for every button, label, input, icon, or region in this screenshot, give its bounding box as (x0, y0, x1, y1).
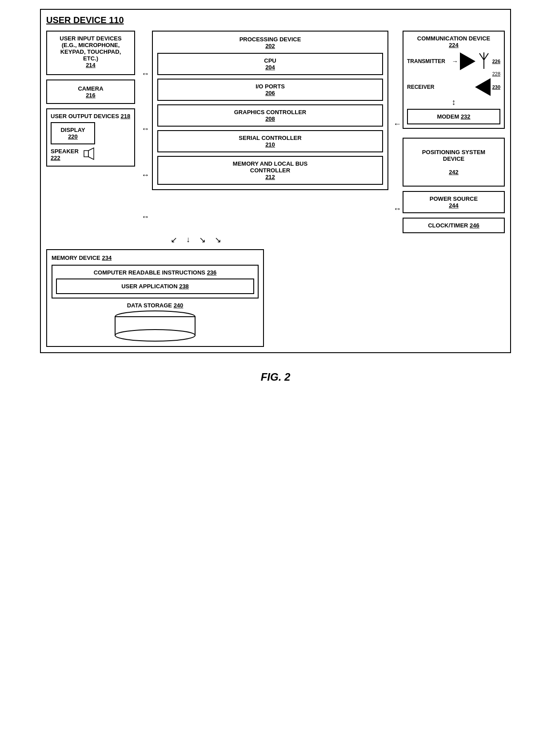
comm-device-title: COMMUNICATION DEVICE 224 (407, 35, 500, 48)
display-box: DISPLAY 220 (51, 122, 95, 144)
transmitter-icon-group: → 226 (452, 51, 500, 71)
receiver-icon-group: 230 (475, 78, 500, 96)
power-source-box: POWER SOURCE 244 (403, 191, 505, 213)
user-app-box: USER APPLICATION 238 (56, 279, 254, 294)
user-device-title: USER DEVICE 110 (46, 15, 505, 25)
positioning-system-box: POSITIONING SYSTEM DEVICE 242 (403, 138, 505, 187)
left-center-arrows: ↔ ↔ ↔ ↔ (139, 31, 152, 233)
arrow-down-right1: ↘ (199, 235, 206, 245)
data-storage-container: DATA STORAGE 240 (52, 302, 259, 342)
camera-ref: 216 (86, 92, 96, 99)
arrow-speaker: ↔ (141, 212, 149, 222)
cri-title: COMPUTER READABLE INSTRUCTIONS 236 (56, 269, 254, 276)
fig-label: FIG. 2 (261, 371, 291, 383)
user-input-box: USER INPUT DEVICES (E.G., MICROPHONE, KE… (46, 31, 135, 75)
camera-box: CAMERA 216 (46, 80, 135, 104)
display-row: DISPLAY 220 (51, 122, 131, 144)
speaker-row: SPEAKER 222 (51, 147, 131, 162)
processing-device-title: PROCESSING DEVICE 202 (157, 36, 383, 49)
svg-marker-1 (88, 148, 94, 159)
user-output-box: USER OUTPUT DEVICES 218 DISPLAY 220 (46, 108, 135, 167)
user-input-ref: 214 (50, 62, 132, 68)
processing-device-box: PROCESSING DEVICE 202 CPU 204 I/O PORTS … (152, 31, 388, 190)
cri-box: COMPUTER READABLE INSTRUCTIONS 236 USER … (52, 265, 259, 298)
speaker-icon (83, 147, 99, 162)
page-container: USER DEVICE 110 USER INPUT DEVICES (E.G.… (31, 9, 520, 383)
receiver-row: RECEIVER 230 (407, 78, 500, 96)
user-device-box: USER DEVICE 110 USER INPUT DEVICES (E.G.… (40, 9, 511, 353)
arrow-down-right2: ↘ (215, 235, 221, 245)
arrow-memory-pos: ↔ (393, 204, 401, 214)
positioning-system-area: POSITIONING SYSTEM DEVICE 242 (403, 138, 505, 187)
processing-inner: CPU 204 I/O PORTS 206 GRAPHICS CONTROLLE… (157, 53, 383, 185)
speaker-svg (83, 147, 99, 160)
svg-rect-0 (84, 151, 88, 157)
comm-device-box: COMMUNICATION DEVICE 224 TRANSMITTER → (403, 31, 505, 129)
power-source-area: POWER SOURCE 244 (403, 191, 505, 213)
clock-timer-box: CLOCK/TIMER 246 (403, 218, 505, 233)
arrow-to-modem: ↕ (407, 98, 500, 107)
memory-device-box: MEMORY DEVICE 234 COMPUTER READABLE INST… (46, 249, 264, 347)
clock-timer-area: CLOCK/TIMER 246 (403, 218, 505, 233)
center-right-arrows: ← ↔ (392, 31, 403, 233)
arrow-down-left: ↙ (171, 235, 177, 245)
serial-controller-box: SERIAL CONTROLLER 210 (157, 130, 383, 152)
right-comm: COMMUNICATION DEVICE 224 TRANSMITTER → (403, 31, 505, 233)
center-to-bottom-arrows: ↙ ↓ ↘ ↘ (153, 235, 505, 245)
transmitter-ref: 226 (492, 59, 500, 64)
ref-228: 228 (407, 71, 500, 76)
graphics-controller-box: GRAPHICS CONTROLLER 208 (157, 104, 383, 127)
data-storage-label: DATA STORAGE 240 (127, 302, 184, 309)
speaker-label-group: SPEAKER 222 (51, 148, 79, 161)
user-input-label: USER INPUT DEVICES (E.G., MICROPHONE, KE… (60, 35, 121, 62)
cpu-box: CPU 204 (157, 53, 383, 75)
transmitter-row: TRANSMITTER → (407, 51, 500, 71)
cylinder-svg (111, 310, 200, 342)
left-devices: USER INPUT DEVICES (E.G., MICROPHONE, KE… (46, 31, 135, 233)
user-output-label: USER OUTPUT DEVICES 218 (51, 113, 131, 119)
arrow-graphics-comm: ← (393, 119, 401, 129)
memory-device-title: MEMORY DEVICE 234 (52, 255, 259, 261)
modem-box: MODEM 232 (407, 109, 500, 124)
memory-section: MEMORY DEVICE 234 COMPUTER READABLE INST… (46, 249, 505, 347)
arrow-user-input: ↔ (141, 69, 149, 79)
camera-label: CAMERA (78, 85, 103, 92)
memory-local-bus-box: MEMORY AND LOCAL BUS CONTROLLER 212 (157, 156, 383, 185)
center-processing: PROCESSING DEVICE 202 CPU 204 I/O PORTS … (152, 31, 388, 233)
svg-point-8 (115, 330, 195, 341)
top-section: USER INPUT DEVICES (E.G., MICROPHONE, KE… (46, 31, 505, 233)
svg-line-3 (479, 53, 484, 60)
receiver-triangle (475, 78, 491, 96)
bottom-arrows-row: ↙ ↓ ↘ ↘ (171, 235, 221, 245)
antenna-svg (477, 51, 491, 71)
receiver-ref: 230 (492, 84, 500, 90)
io-ports-box: I/O PORTS 206 (157, 79, 383, 101)
output-inner: DISPLAY 220 SPEAKER 222 (51, 122, 131, 162)
svg-line-4 (484, 53, 488, 60)
arrow-camera: ↔ (141, 124, 149, 134)
arrow-display: ↔ (141, 171, 149, 180)
arrow-to-transmitter: → (452, 58, 458, 65)
transmitter-triangle (460, 52, 475, 70)
arrow-down: ↓ (186, 235, 190, 245)
